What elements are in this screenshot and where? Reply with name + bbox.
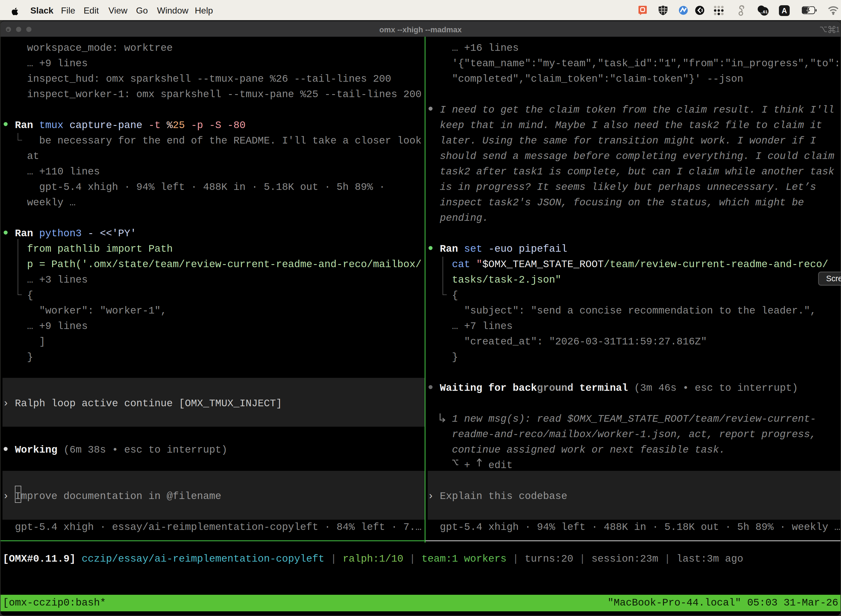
svg-text:A: A [782,7,787,15]
svg-text:..61: ..61 [761,9,768,14]
svg-text:1: 1 [836,25,839,34]
